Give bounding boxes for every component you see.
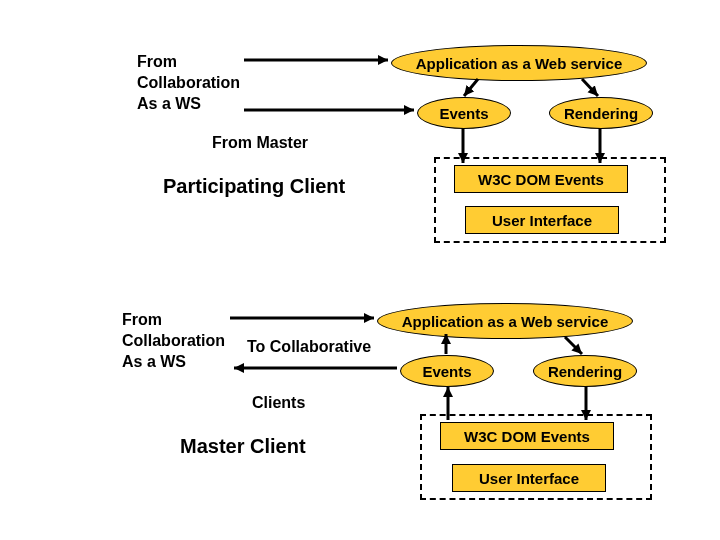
rendering-text-lower: Rendering: [548, 363, 622, 380]
app-ws-text-upper: Application as a Web service: [416, 55, 622, 72]
ui-text-lower: User Interface: [479, 470, 579, 487]
svg-line-3: [582, 79, 598, 96]
ui-box-lower: User Interface: [452, 464, 606, 492]
from-collab-label-upper: From Collaboration As a WS: [137, 52, 240, 114]
from-master-label: From Master: [212, 134, 308, 152]
rendering-text-upper: Rendering: [564, 105, 638, 122]
events-ellipse-lower: Events: [400, 355, 494, 387]
ui-box-upper: User Interface: [465, 206, 619, 234]
clients-label: Clients: [252, 394, 305, 412]
app-ws-text-lower: Application as a Web service: [402, 313, 608, 330]
to-collaborative-label: To Collaborative: [247, 338, 371, 356]
participating-client-title: Participating Client: [163, 175, 345, 198]
events-text-upper: Events: [439, 105, 488, 122]
rendering-ellipse-upper: Rendering: [549, 97, 653, 129]
rendering-ellipse-lower: Rendering: [533, 355, 637, 387]
svg-line-9: [565, 337, 582, 354]
svg-line-2: [464, 79, 478, 96]
w3c-box-lower: W3C DOM Events: [440, 422, 614, 450]
from-collab-label-lower: From Collaboration As a WS: [122, 310, 225, 372]
w3c-text-upper: W3C DOM Events: [478, 171, 604, 188]
app-ws-ellipse-lower: Application as a Web service: [377, 303, 633, 339]
events-text-lower: Events: [422, 363, 471, 380]
ui-text-upper: User Interface: [492, 212, 592, 229]
master-client-title: Master Client: [180, 435, 306, 458]
app-ws-ellipse-upper: Application as a Web service: [391, 45, 647, 81]
w3c-text-lower: W3C DOM Events: [464, 428, 590, 445]
w3c-box-upper: W3C DOM Events: [454, 165, 628, 193]
events-ellipse-upper: Events: [417, 97, 511, 129]
